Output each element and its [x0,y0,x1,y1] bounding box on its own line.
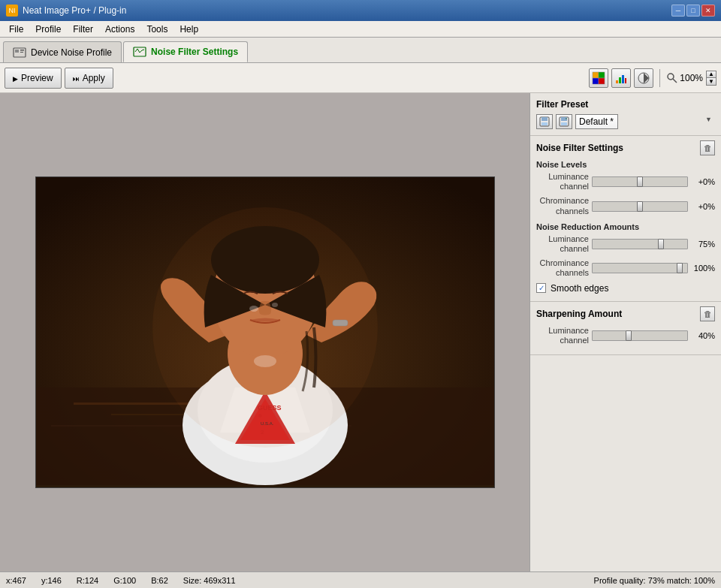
chrominance-reduction-value: 100% [691,264,715,273]
filter-preset-title: Filter Preset [536,99,715,110]
toolbar-separator [659,69,660,87]
status-r: R:124 [77,576,98,585]
luminance-reduction-slider[interactable] [592,239,688,249]
status-y: y:146 [41,576,62,585]
status-bar: x:467 y:146 R:124 G:100 B:62 Size: 469x3… [0,571,721,588]
noise-filter-settings-section: Noise Filter Settings 🗑 Noise Levels Lum… [530,136,721,302]
luminance-noise-value: +0% [691,177,715,186]
apply-label: Apply [83,73,105,83]
noise-filter-delete-button[interactable]: 🗑 [700,140,715,155]
maximize-button[interactable]: □ [686,5,700,17]
right-panel: Filter Preset * [529,93,721,571]
status-quality: Profile quality: 73% match: 100% [594,576,715,585]
menu-bar: File Profile Filter Actions Tools Help [0,21,721,38]
svg-rect-10 [599,72,605,78]
preset-save-as-button[interactable]: * [556,114,572,129]
chrominance-noise-thumb[interactable] [637,201,643,212]
zoom-down[interactable]: ▼ [706,78,716,86]
sharpening-luminance-label: Luminancechannel [536,326,589,345]
preview-button[interactable]: Preview [5,68,62,89]
sharpening-section: Sharpening Amount 🗑 Luminancechannel 40% [530,302,721,355]
tab-device-noise-label: Device Noise Profile [31,47,112,58]
svg-rect-11 [593,78,599,84]
histogram-button[interactable] [611,68,631,88]
zoom-value: 100% [680,73,703,83]
search-icon [666,72,678,84]
preview-image: GUESS ® U.S.A. 2 [35,176,495,488]
zoom-up[interactable]: ▲ [706,71,716,78]
noise-reduction-subtitle: Noise Reduction Amounts [536,222,715,231]
luminance-reduction-value: 75% [691,240,715,249]
svg-text:*: * [566,117,567,122]
apply-button[interactable]: Apply [65,68,113,89]
status-size: Size: 469x311 [183,576,236,585]
chrominance-noise-slider[interactable] [592,201,688,212]
svg-line-7 [140,50,142,53]
status-x: x:467 [6,576,26,585]
skip-icon [73,73,80,83]
sharpening-luminance-thumb[interactable] [626,330,632,341]
smooth-edges-row: ✓ Smooth edges [536,283,715,294]
main-content: GUESS ® U.S.A. 2 [0,93,721,571]
svg-rect-43 [542,117,548,121]
chrominance-noise-level-row: Chrominancechannels +0% [536,196,715,216]
chrominance-reduction-slider[interactable] [592,263,688,273]
noise-filter-title: Noise Filter Settings [536,143,623,153]
svg-rect-13 [616,80,618,83]
sharpening-header: Sharpening Amount 🗑 [536,306,715,321]
color-channels-button[interactable] [589,68,608,88]
tab-noise-filter-label: Noise Filter Settings [151,47,238,57]
luminance-reduction-row: Luminancechannel 75% [536,234,715,254]
svg-rect-2 [20,50,24,51]
chrominance-reduction-row: Chrominancechannels 100% [536,258,715,278]
preview-label: Preview [21,73,53,83]
menu-filter[interactable]: Filter [67,21,99,37]
tab-bar: Device Noise Profile Noise Filter Settin… [0,38,721,63]
preset-select-wrapper: Default *DefaultCustom [575,114,715,129]
svg-rect-12 [599,78,605,84]
tab-noise-filter[interactable]: Noise Filter Settings [123,41,248,62]
luminance-noise-thumb[interactable] [637,176,643,187]
minimize-button[interactable]: ─ [671,5,685,17]
luminance-reduction-thumb[interactable] [658,239,664,249]
preset-select[interactable]: Default *DefaultCustom [575,114,618,129]
preset-save-button[interactable] [536,114,553,129]
luminance-reduction-label: Luminancechannel [536,234,589,254]
play-icon [13,73,18,83]
svg-line-6 [137,49,140,53]
sharpening-title: Sharpening Amount [536,309,622,319]
luminance-noise-slider[interactable] [592,176,688,187]
menu-profile[interactable]: Profile [29,21,67,37]
sharpening-delete-button[interactable]: 🗑 [700,306,715,321]
svg-rect-16 [625,78,626,83]
chrominance-reduction-label: Chrominancechannels [536,258,589,278]
svg-line-8 [142,50,144,50]
sharpening-luminance-slider[interactable] [592,330,688,341]
svg-rect-9 [593,72,599,78]
tab-device-noise[interactable]: Device Noise Profile [3,41,122,62]
exposure-button[interactable] [634,68,653,88]
title-bar: NI Neat Image Pro+ / Plug-in ─ □ ✕ [0,0,721,21]
svg-point-18 [668,74,674,80]
toolbar: Preview Apply 100% [0,63,721,93]
zoom-spinner[interactable]: ▲ ▼ [706,71,716,86]
close-button[interactable]: ✕ [701,5,715,17]
window-title: Neat Image Pro+ / Plug-in [23,5,126,16]
smooth-edges-checkbox[interactable]: ✓ [536,283,546,293]
luminance-noise-label: Luminancechannel [536,172,589,191]
sharpening-luminance-row: Luminancechannel 40% [536,326,715,345]
menu-help[interactable]: Help [173,21,204,37]
noise-filter-icon [133,47,146,57]
sharpening-luminance-value: 40% [691,331,715,340]
svg-line-19 [673,79,677,83]
svg-rect-14 [619,77,621,83]
filter-preset-section: Filter Preset * [530,93,721,136]
device-noise-icon [13,47,26,58]
menu-file[interactable]: File [3,21,29,37]
menu-actions[interactable]: Actions [99,21,140,37]
svg-rect-3 [20,52,23,53]
menu-tools[interactable]: Tools [140,21,173,37]
image-area[interactable]: GUESS ® U.S.A. 2 [0,93,529,571]
chrominance-reduction-thumb[interactable] [677,263,683,273]
zoom-controls: 100% ▲ ▼ [666,71,716,86]
